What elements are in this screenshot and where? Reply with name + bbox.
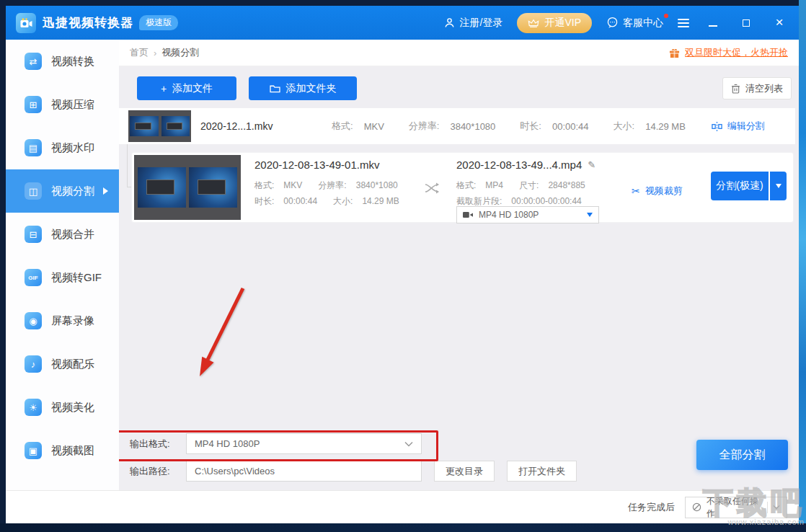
duration-label: 时长: [520, 120, 541, 133]
duration-value: 00:00:44 [552, 121, 589, 132]
video-split-icon: ◫ [25, 182, 42, 200]
output-path-input[interactable]: C:\Users\pc\Videos [186, 461, 422, 482]
maximize-icon [743, 19, 750, 27]
split-fast-button[interactable]: 分割(极速) [711, 172, 769, 200]
source-meta-line1: 格式:MKV分辨率:3840*1080 [254, 179, 398, 192]
sidebar-item-video-watermark[interactable]: ▤ 视频水印 [6, 126, 119, 169]
expand-arrow-icon [103, 187, 108, 195]
rename-icon[interactable]: ✎ [588, 159, 595, 170]
maximize-button[interactable] [737, 17, 756, 29]
output-format-row: 输出格式: MP4 HD 1080P [130, 433, 422, 454]
sidebar-item-screen-record[interactable]: ◉ 屏幕录像 [6, 299, 119, 342]
split-all-button[interactable]: 全部分割 [696, 440, 788, 470]
chat-icon [606, 17, 619, 29]
source-file-name: 2020-12-08-13-49-01.mkv [254, 159, 379, 171]
breadcrumb-current: 视频分割 [161, 46, 199, 59]
resolution-value: 3840*1080 [450, 121, 495, 132]
video-merge-icon: ⊟ [25, 226, 42, 243]
output-preset-dropdown[interactable]: MP4 HD 1080P [456, 206, 599, 223]
close-button[interactable]: × [770, 17, 789, 29]
add-folder-button[interactable]: 添加文件夹 [249, 76, 357, 100]
video-convert-icon: ⇄ [25, 53, 42, 70]
size-value: 14.29 MB [645, 121, 686, 132]
support-button[interactable]: 客服中心 [606, 17, 663, 30]
video-to-gif-icon: GIF [25, 269, 42, 286]
video-compress-icon: ⊞ [25, 96, 42, 113]
screen-record-icon: ◉ [25, 312, 42, 329]
output-format-label: 输出格式: [130, 438, 186, 451]
video-camera-icon [463, 211, 473, 218]
video-beautify-icon: ☀ [25, 399, 42, 416]
file-row[interactable]: 2020-12...1.mkv 格式: MKV 分辨率: 3840*1080 时… [119, 108, 795, 144]
after-task-label: 任务完成后 [628, 501, 675, 514]
user-icon [443, 17, 456, 29]
sidebar: ⇄ 视频转换 ⊞ 视频压缩 ▤ 视频水印 ◫ 视频分割 ⊟ [6, 40, 119, 490]
annotation-arrow [190, 284, 254, 385]
minimize-button[interactable] [704, 17, 722, 29]
output-format-select[interactable]: MP4 HD 1080P [186, 433, 422, 454]
add-file-button[interactable]: + 添加文件 [137, 76, 236, 100]
open-folder-button[interactable]: 打开文件夹 [507, 461, 577, 482]
main-area: 首页 › 视频分割 双旦限时大促，火热开抢 [119, 40, 799, 490]
clear-list-button[interactable]: 清空列表 [722, 77, 792, 99]
format-value: MKV [364, 121, 384, 132]
output-meta-line: 格式:MP4尺寸:2848*885 [456, 179, 585, 192]
dropdown-arrow-icon [587, 213, 593, 217]
sidebar-item-video-split[interactable]: ◫ 视频分割 [6, 169, 119, 213]
edit-split-icon [712, 121, 722, 132]
sidebar-item-video-music[interactable]: ♪ 视频配乐 [6, 342, 119, 386]
sidebar-item-video-to-gif[interactable]: GIF 视频转GIF [6, 256, 119, 299]
output-path-label: 输出路径: [130, 465, 186, 478]
sidebar-item-video-convert[interactable]: ⇄ 视频转换 [6, 40, 119, 83]
video-watermark-icon: ▤ [25, 139, 42, 156]
edition-badge: 极速版 [139, 15, 178, 30]
titlebar: 迅捷视频转换器 极速版 注册/登录 [6, 6, 799, 40]
app-logo-icon [16, 13, 36, 33]
breadcrumb-home[interactable]: 首页 [130, 46, 149, 59]
convert-direction-icon [424, 182, 440, 195]
breadcrumb-separator: › [154, 48, 156, 58]
video-thumbnail [128, 110, 191, 142]
file-name: 2020-12...1.mkv [200, 120, 307, 132]
after-task-dropdown[interactable]: 不采取任何操作 [685, 497, 787, 518]
video-music-icon: ♪ [25, 355, 42, 373]
video-crop-link[interactable]: ✂ 视频裁剪 [632, 185, 683, 198]
sidebar-item-video-beautify[interactable]: ☀ 视频美化 [6, 386, 119, 429]
menu-button[interactable] [678, 17, 689, 30]
sidebar-item-video-compress[interactable]: ⊞ 视频压缩 [6, 83, 119, 126]
split-detail-card: 2020-12-08-13-49-01.mkv 格式:MKV分辨率:3840*1… [132, 153, 793, 222]
chevron-down-icon [776, 184, 781, 188]
login-button[interactable]: 注册/登录 [443, 17, 503, 30]
edit-split-link[interactable]: 编辑分割 [712, 120, 765, 133]
no-action-icon [692, 502, 701, 512]
promo-link[interactable]: 双旦限时大促，火热开抢 [669, 46, 788, 59]
crown-icon [528, 18, 539, 28]
format-label: 格式: [332, 120, 353, 133]
sidebar-item-video-merge[interactable]: ⊟ 视频合并 [6, 213, 119, 256]
chevron-down-icon [404, 441, 413, 447]
desktop-taskbar-strip [0, 523, 806, 532]
notification-dot [664, 14, 668, 18]
folder-icon [270, 84, 280, 93]
source-meta-line2: 时长:00:00:44大小:14.29 MB [254, 195, 399, 208]
change-directory-button[interactable]: 更改目录 [434, 461, 495, 482]
size-label: 大小: [614, 120, 635, 133]
content-area: + 添加文件 添加文件夹 [119, 66, 799, 490]
split-mode-dropdown[interactable] [770, 172, 787, 200]
desktop-wallpaper-strip [799, 0, 806, 532]
chevron-down-icon [773, 505, 780, 510]
sidebar-item-video-snapshot[interactable]: ▣ 视频截图 [6, 429, 119, 472]
video-thumbnail-large [134, 155, 241, 220]
vip-button[interactable]: 开通VIP [517, 13, 592, 33]
app-window: 迅捷视频转换器 极速版 注册/登录 [6, 6, 799, 523]
app-title: 迅捷视频转换器 [43, 14, 133, 31]
close-icon: × [775, 14, 783, 30]
gift-icon [669, 48, 680, 58]
split-button-group: 分割(极速) [711, 172, 787, 200]
scissors-icon: ✂ [632, 185, 640, 197]
desktop: 迅捷视频转换器 极速版 注册/登录 [0, 0, 806, 532]
resolution-label: 分辨率: [409, 120, 440, 133]
minimize-icon [709, 25, 717, 27]
plus-icon: + [161, 83, 167, 94]
breadcrumb: 首页 › 视频分割 双旦限时大促，火热开抢 [119, 40, 799, 66]
